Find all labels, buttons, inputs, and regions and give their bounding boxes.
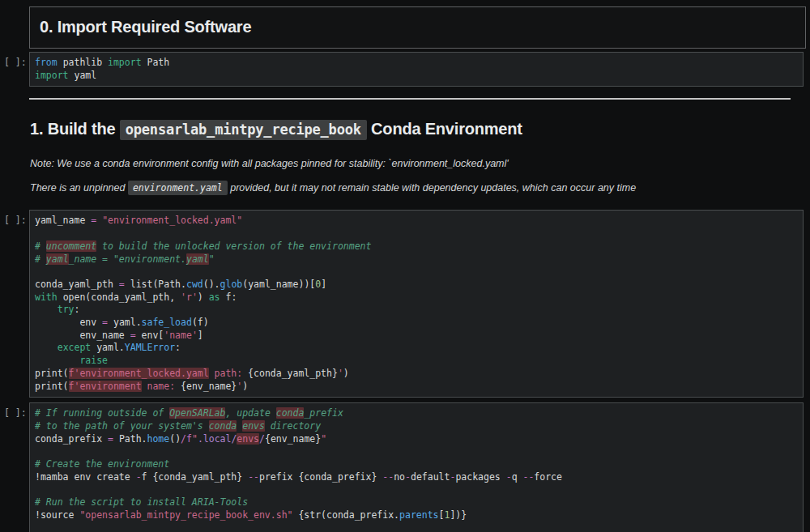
cell-prompt: [ ]: [0, 210, 29, 398]
code-token: yaml_name [35, 215, 91, 226]
code-line: conda_yaml_pth = list(Path.cwd().glob(ya… [35, 279, 796, 292]
code-token: ) [343, 368, 349, 379]
code-line: print(f'environment_locked.yaml path: {c… [35, 368, 796, 381]
code-cell-imports: [ ]: from pathlib import Pathimport yaml [0, 52, 810, 87]
code-token: / [181, 433, 186, 445]
code-token: yaml. [91, 342, 125, 353]
code-token: as [209, 292, 220, 303]
code-token [35, 342, 58, 353]
code-line: with open(conda_yaml_pth, 'r') as f: [35, 292, 796, 304]
code-token: q [512, 471, 523, 483]
code-token: except [58, 342, 92, 353]
code-token [35, 304, 58, 315]
code-line: conda_prefix = Path.home()/f".local/envs… [35, 433, 796, 446]
markdown-cell-import-software[interactable]: 0. Import Required Software [29, 6, 806, 49]
spellcheck-highlight: conda [276, 407, 305, 419]
code-token: parents [399, 509, 438, 521]
code-token: (). [203, 279, 220, 290]
code-token: : [175, 342, 181, 353]
code-token: env_name [35, 330, 130, 341]
code-token: Path [142, 57, 170, 68]
code-line: raise [35, 355, 796, 368]
code-token: name: [142, 381, 181, 392]
code-token: ' [338, 368, 343, 379]
code-token: list(Path. [125, 279, 186, 290]
code-token: = [119, 279, 125, 290]
code-token: _prefix [304, 407, 343, 419]
code-editor-yaml-config[interactable]: yaml_name = "environment_locked.yaml" # … [29, 210, 804, 398]
code-token: - [506, 471, 512, 483]
code-token: " [209, 253, 215, 265]
code-token: "opensarlab_mintpy_recipe_book_env.sh" [79, 509, 292, 521]
code-token: safe_load [142, 317, 192, 328]
code-token [35, 355, 79, 366]
code-token: packages [455, 471, 505, 483]
text-run: Note: We use a conda environment config … [30, 158, 509, 169]
code-line: # If running outside of OpenSARLab, upda… [35, 407, 796, 420]
code-token: # to the path of your system's [35, 420, 209, 432]
code-token: Path. [113, 433, 147, 445]
code-line: env = yaml.safe_load(f) [35, 317, 796, 330]
markdown-cell-build-env[interactable]: 1. Build the opensarlab_mintpy_recipe_bo… [30, 119, 802, 194]
code-token: no [394, 471, 405, 483]
code-token: -- [248, 471, 259, 483]
code-token: with [35, 292, 58, 303]
code-token: raise [79, 355, 108, 366]
section-heading-1: 1. Build the opensarlab_mintpy_recipe_bo… [30, 119, 802, 140]
code-token: yaml [69, 70, 97, 81]
code-line: # to the path of your system's conda env… [35, 420, 796, 433]
code-token: # Create the environment [35, 458, 169, 470]
code-token: prefix {conda_prefix} [259, 471, 382, 483]
code-line: # Run the script to install ARIA-Tools [35, 496, 796, 509]
code-token: ] [321, 279, 326, 290]
code-token: f: [220, 292, 237, 303]
inline-code: environment.yaml [128, 181, 228, 195]
code-editor-create-env[interactable]: # If running outside of OpenSARLab, upda… [29, 402, 804, 532]
jupyter-notebook: 0. Import Required Software [ ]: from pa… [0, 6, 810, 532]
code-token: {str(conda_prefix. [293, 509, 400, 521]
inline-code: opensarlab_mintpy_recipe_book [120, 120, 367, 140]
note-unpinned-yaml: There is an unpinned environment.yaml pr… [30, 181, 802, 194]
code-line [35, 483, 796, 496]
code-token: / [259, 433, 265, 445]
code-token: .local/ [198, 433, 237, 445]
code-token: glob [220, 279, 243, 290]
code-token: {conda_yaml_pth} [248, 368, 338, 379]
code-line: # yaml_name = "environment.yaml" [35, 253, 796, 266]
code-line: from pathlib import Path [35, 57, 796, 70]
code-token: {env_name} [181, 381, 237, 392]
code-token: - [136, 471, 142, 483]
code-line [35, 228, 796, 240]
code-token: try [58, 304, 75, 315]
code-line: !mamba env create -f {conda_yaml_pth} --… [35, 471, 796, 484]
code-token: path: [209, 368, 248, 379]
code-token: ])} [450, 509, 467, 521]
code-token: "environment_locked.yaml" [102, 215, 242, 226]
code-token: f [186, 433, 192, 445]
code-token: home [147, 433, 170, 445]
code-token: , update [225, 407, 275, 419]
code-token: import [35, 70, 69, 81]
code-token: (f) [192, 317, 209, 328]
code-token: " [321, 433, 326, 445]
spellcheck-highlight: OpenSARLab [169, 407, 225, 419]
code-line [35, 266, 796, 279]
section-heading-0: 0. Import Required Software [40, 17, 795, 37]
code-cell-yaml-config: [ ]: yaml_name = "environment_locked.yam… [0, 210, 810, 398]
code-editor-imports[interactable]: from pathlib import Pathimport yaml [29, 52, 804, 87]
code-token: (yaml_name))[ [242, 279, 315, 290]
code-token: # Run the script to install ARIA-Tools [35, 496, 248, 508]
code-token: directory [265, 420, 321, 432]
code-token: YAMLError [125, 342, 175, 353]
code-token: 'r' [181, 292, 198, 303]
code-token: ] [198, 330, 203, 341]
code-token: () [169, 433, 181, 445]
code-token: # If running outside of [35, 407, 169, 419]
note-pinned-stability: Note: We use a conda environment config … [30, 157, 802, 170]
code-line: env_name = env['name'] [35, 330, 796, 343]
code-token: {env_name} [265, 433, 321, 445]
code-token: open(conda_yaml_pth, [58, 292, 181, 303]
code-cell-create-env: [ ]: # If running outside of OpenSARLab,… [0, 402, 810, 532]
text-run: Conda Environment [367, 120, 522, 138]
code-token: print( [35, 381, 69, 392]
